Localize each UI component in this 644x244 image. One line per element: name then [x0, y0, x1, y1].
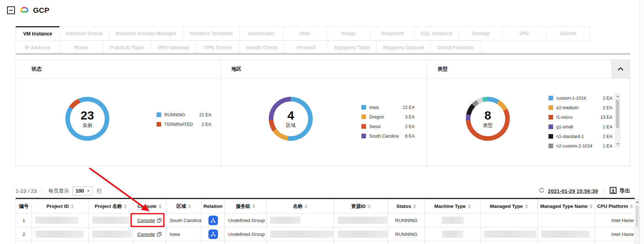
col-managed-type[interactable]: Managed Type — [480, 199, 538, 214]
minus-icon — [9, 10, 13, 11]
legend-label: e2-medium — [556, 105, 579, 110]
scrollbar-thumb[interactable] — [616, 100, 619, 128]
panel-header-divider — [16, 78, 630, 79]
sort-icon — [413, 204, 416, 209]
sort-icon — [368, 204, 371, 209]
col-no[interactable]: 编号 — [16, 199, 32, 214]
cell-empty — [32, 241, 89, 244]
section-divider — [221, 60, 221, 166]
refresh-button[interactable] — [539, 187, 545, 194]
col-console[interactable]: Console — [133, 199, 166, 214]
tab-vpn-gateway[interactable]: VPN Gateway — [151, 40, 196, 55]
tab-cloud-function[interactable]: Cloud Function — [430, 40, 480, 55]
tab-snapshot[interactable]: Snapshot — [370, 26, 414, 40]
status-donut-chart: 23 实例 — [65, 97, 109, 141]
console-link[interactable]: Console — [137, 232, 155, 237]
tab-image[interactable]: Image — [327, 26, 371, 40]
last-refresh-time[interactable]: 2021-01-29 15:56:39 — [548, 188, 598, 194]
tab-instance-template[interactable]: Instance Template — [183, 26, 240, 40]
caret-down-icon — [87, 190, 90, 192]
cell-resource-id — [334, 214, 388, 227]
col-project-name[interactable]: Project 名称 — [89, 199, 133, 214]
legend-item: RUNNING21 EA — [157, 110, 211, 120]
horizontal-scrollbar-thumb[interactable] — [16, 53, 630, 55]
legend-swatch-icon — [549, 105, 553, 110]
col-region[interactable]: 区域 — [166, 199, 202, 214]
cell-empty — [334, 241, 388, 244]
redacted-value — [541, 231, 589, 238]
relation-icon[interactable] — [208, 216, 218, 225]
region-legend: Iowa12 EAOregon3 EASeoul2 EASouth Caroli… — [361, 102, 415, 141]
col-project-id[interactable]: Project ID — [32, 199, 89, 214]
col-resource-id[interactable]: 资源ID — [334, 199, 388, 214]
tab-vpn-tunnel[interactable]: VPN Tunnel — [196, 40, 240, 55]
cell-no: 1 — [16, 214, 32, 227]
type-chart-title: 类型 — [438, 66, 448, 72]
scroll-up-icon[interactable] — [616, 95, 619, 97]
tab-health-check[interactable]: Health Check — [239, 40, 284, 55]
section-divider — [426, 60, 427, 166]
col-service-group[interactable]: 服务组 — [225, 199, 267, 214]
page-size-select[interactable]: 100 — [72, 187, 93, 195]
legend-swatch-icon — [549, 96, 553, 100]
page-vertical-scrollbar[interactable] — [639, 0, 644, 244]
relation-icon[interactable] — [208, 229, 218, 239]
tab-instance-groups-manager[interactable]: Instance Groups Manager — [109, 26, 184, 40]
col-managed-type-name[interactable]: Managed Type Name — [538, 199, 595, 214]
col-cpu-platform[interactable]: CPU Platform — [595, 199, 635, 214]
console-link[interactable]: Console — [137, 218, 155, 223]
tab-vpc[interactable]: VPC — [502, 26, 546, 40]
tab-subnet[interactable]: Subnet — [546, 26, 590, 40]
tab-ip-address[interactable]: IP Address — [16, 40, 60, 55]
google-cloud-logo-icon — [19, 6, 29, 15]
column-label: Status — [397, 204, 411, 209]
collapse-section-button[interactable] — [7, 6, 15, 14]
status-legend: RUNNING21 EATERMINATED2 EA — [157, 110, 211, 129]
scroll-up-icon[interactable] — [636, 201, 639, 203]
tab-bigquery-table[interactable]: Bigquery Table — [328, 40, 377, 55]
col-relation[interactable]: Relation — [202, 199, 225, 214]
sort-icon — [630, 204, 633, 209]
tab-instance-group[interactable]: Instance Group — [59, 26, 109, 40]
table-vertical-scrollbar[interactable] — [635, 199, 639, 244]
tab-storage[interactable]: Storage — [459, 26, 503, 40]
tab-vm-instance[interactable]: VM Instance — [16, 26, 60, 40]
column-label: Managed Type Name — [540, 204, 588, 209]
column-label: Project 名称 — [95, 203, 122, 210]
cell-service-group: Undefined Group — [225, 214, 267, 227]
legend-value: 2 EA — [405, 124, 415, 129]
tab-route[interactable]: Route — [59, 40, 103, 55]
col-machine-type[interactable]: Machine Type — [425, 199, 480, 214]
tab-bigquery-dataset[interactable]: Bigquery Dataset — [376, 40, 431, 55]
tab-sql-instance[interactable]: SQL Instance — [414, 26, 459, 40]
col-status[interactable]: Status — [388, 199, 425, 214]
scrollbar-thumb[interactable] — [636, 206, 638, 227]
legend-label: custom-1-1024 — [556, 96, 586, 101]
export-button[interactable]: 导出 — [610, 187, 630, 195]
col-name[interactable]: 名称 — [267, 199, 334, 214]
sort-icon — [252, 204, 255, 209]
table-header-row: 编号Project IDProject 名称Console区域Relation服… — [16, 199, 635, 214]
legend-value: 2 EA — [603, 96, 612, 101]
column-label: Machine Type — [434, 204, 465, 209]
type-donut-chart: 8 类型 — [466, 97, 510, 141]
column-label: 服务组 — [236, 203, 250, 210]
cell-empty — [267, 241, 334, 244]
toolbar-divider — [42, 188, 43, 194]
sort-icon — [305, 204, 307, 209]
scroll-down-icon[interactable] — [616, 143, 619, 145]
cell-project-name — [89, 214, 133, 227]
tab-pubsub-topic[interactable]: Pub/Sub Topic — [103, 40, 151, 55]
cell-relation — [202, 214, 225, 227]
cell-service-group: Undefined Group — [225, 227, 267, 241]
open-console-icon — [157, 232, 162, 237]
cell-console: Console — [133, 214, 166, 227]
redacted-value — [338, 231, 388, 238]
legend-value: 2 EA — [603, 105, 612, 110]
tab-disk[interactable]: Disk — [283, 26, 327, 40]
tab-firewall[interactable]: Firewall — [284, 40, 328, 55]
tab-autoscaler[interactable]: AutoScaler — [239, 26, 283, 40]
legend-item: Seoul2 EA — [361, 122, 415, 131]
type-legend-scrollbar[interactable] — [615, 93, 620, 147]
collapse-charts-button[interactable] — [611, 60, 630, 78]
